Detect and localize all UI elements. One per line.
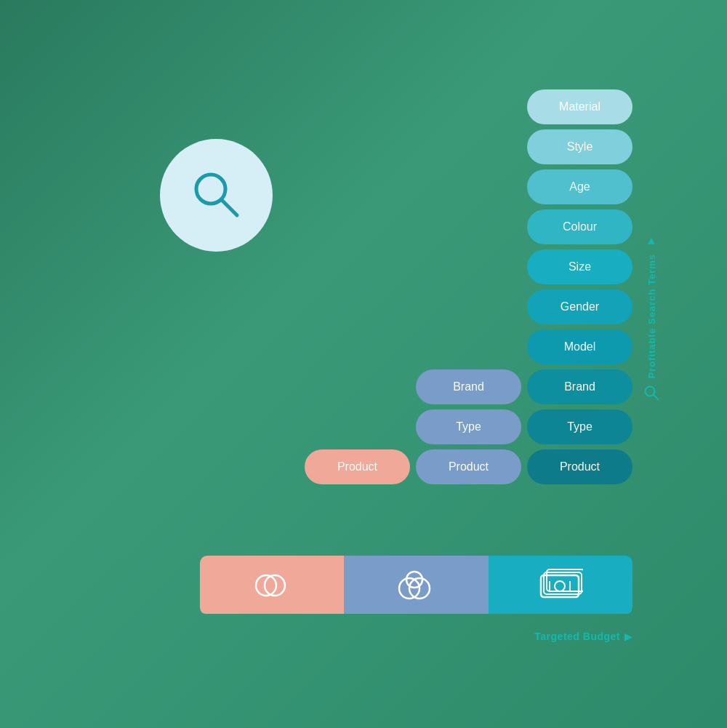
chart-row-age: Age xyxy=(200,169,632,204)
money-bills-icon xyxy=(538,568,583,601)
chart-row-brand: Brand Brand xyxy=(200,369,632,404)
chart-row-model: Model xyxy=(200,329,632,364)
svg-point-2 xyxy=(256,575,276,596)
chart-row-colour: Colour xyxy=(200,209,632,244)
pill-style: Style xyxy=(527,129,632,164)
chart-row-size: Size xyxy=(200,249,632,284)
chart-row-product: Product Product Product xyxy=(200,449,632,484)
x-axis-arrow: ▶ xyxy=(624,631,632,642)
pill-brand-teal: Brand xyxy=(527,369,632,404)
budget-segment-large xyxy=(489,556,632,614)
y-axis-container: ▲ Profitable Search Terms xyxy=(636,89,667,550)
pill-brand-blue: Brand xyxy=(416,369,521,404)
budget-segment-small xyxy=(200,556,344,614)
chart-row-material: Material xyxy=(200,89,632,124)
x-axis-label: Targeted Budget xyxy=(534,631,620,642)
x-axis-label-container: Targeted Budget ▶ xyxy=(534,631,632,642)
pill-product-pink: Product xyxy=(305,449,410,484)
axis-search-icon xyxy=(643,385,659,404)
pill-size: Size xyxy=(527,249,632,284)
pill-colour: Colour xyxy=(527,209,632,244)
pill-type-blue: Type xyxy=(416,409,521,444)
axis-arrow-up: ▲ xyxy=(646,234,657,247)
budget-bar-container xyxy=(200,556,632,615)
svg-point-10 xyxy=(555,581,565,591)
main-container: Material Style Age Colour Size Gender Mo… xyxy=(55,44,672,684)
chart-row-style: Style xyxy=(200,129,632,164)
pill-gender: Gender xyxy=(527,289,632,324)
pill-age: Age xyxy=(527,169,632,204)
pill-type-teal: Type xyxy=(527,409,632,444)
pill-product-teal: Product xyxy=(527,449,632,484)
svg-point-3 xyxy=(265,575,285,596)
coins-medium-icon xyxy=(396,568,436,601)
pill-product-blue: Product xyxy=(416,449,521,484)
pill-material: Material xyxy=(527,89,632,124)
budget-segment-medium xyxy=(344,556,488,614)
chart-row-type: Type Type xyxy=(200,409,632,444)
pill-model: Model xyxy=(527,329,632,364)
chart-row-gender: Gender xyxy=(200,289,632,324)
y-axis-label: Profitable Search Terms xyxy=(646,254,657,379)
svg-line-14 xyxy=(654,395,658,399)
coins-small-icon xyxy=(253,569,291,600)
staircase-chart: Material Style Age Colour Size Gender Mo… xyxy=(200,89,632,484)
